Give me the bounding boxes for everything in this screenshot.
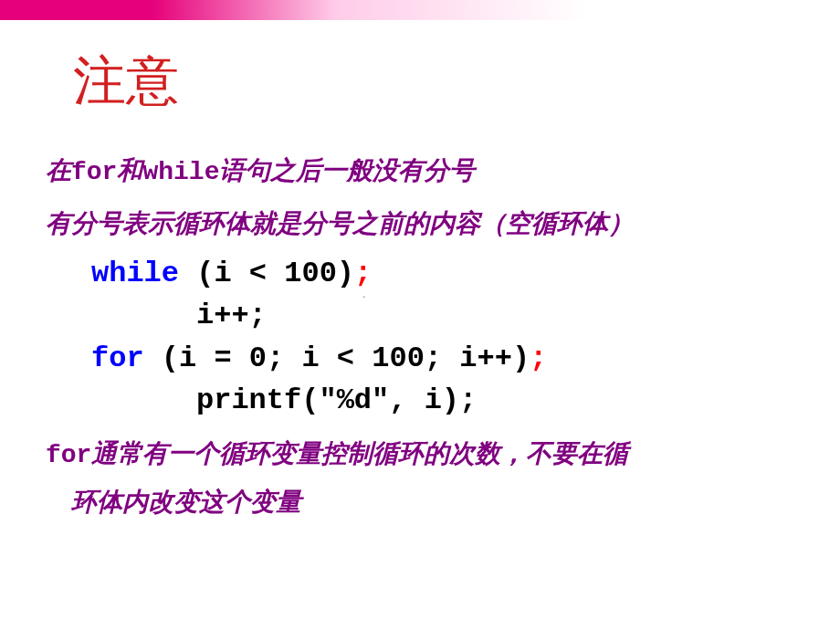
code-text-1: (i < 100)	[179, 257, 354, 290]
keyword-while: while	[142, 158, 219, 186]
keyword-for-code: for	[91, 341, 144, 375]
code-line-4: printf("%d", i);	[91, 380, 822, 422]
code-block: while (i < 100); i++; for (i = 0; i < 10…	[91, 253, 822, 423]
paragraph-3-cont: 环体内改变这个变量	[71, 479, 822, 525]
slide-content: 注意 在for和while语句之后一般没有分号 有分号表示循环体就是分号之前的内…	[46, 46, 822, 525]
text-mid: 和	[117, 156, 142, 184]
code-text-3: (i = 0; i < 100; i++)	[144, 341, 530, 375]
keyword-for: for	[71, 158, 117, 186]
text-pre: 在	[46, 156, 71, 184]
paragraph-2: 有分号表示循环体就是分号之前的内容（空循环体）	[46, 201, 822, 247]
code-line-2: i++;	[91, 295, 822, 337]
header-bar	[0, 0, 840, 20]
paragraph-3: for通常有一个循环变量控制循环的次数，不要在循	[46, 431, 822, 478]
code-line-3: for (i = 0; i < 100; i++);	[91, 338, 822, 380]
slide-title: 注意	[73, 46, 822, 117]
text-p3: 通常有一个循环变量控制循环的次数，不要在循	[91, 439, 628, 467]
code-line-1: while (i < 100);	[91, 253, 822, 295]
semicolon-2: ;	[530, 341, 547, 375]
keyword-while-code: while	[91, 257, 179, 290]
page-marker: .	[362, 287, 366, 300]
semicolon-1: ;	[354, 257, 372, 290]
keyword-for-2: for	[46, 441, 91, 469]
text-post: 语句之后一般没有分号	[219, 156, 475, 184]
paragraph-1: 在for和while语句之后一般没有分号	[46, 148, 822, 195]
